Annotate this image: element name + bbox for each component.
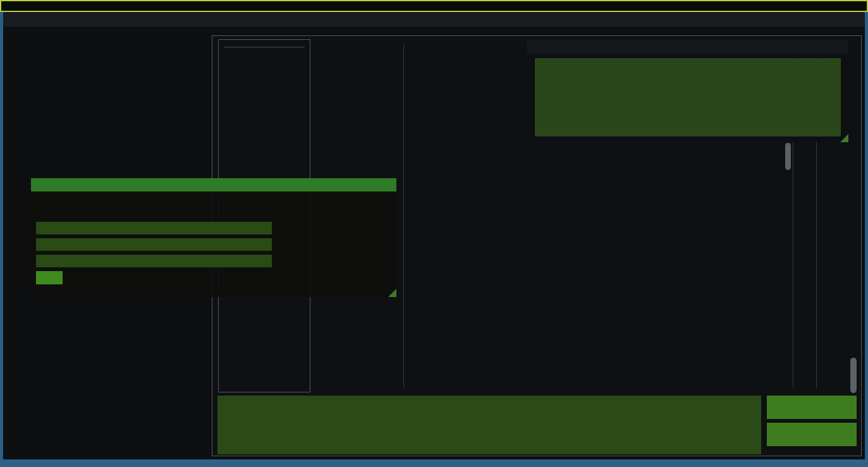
join-name-input[interactable] <box>36 238 272 251</box>
chat-id-input[interactable] <box>36 222 272 234</box>
histogram-titlebar[interactable] <box>527 40 848 54</box>
app-window <box>0 0 868 467</box>
message-input[interactable] <box>217 396 761 454</box>
resize-grip[interactable] <box>840 134 848 142</box>
send-file-button[interactable] <box>767 396 857 419</box>
join-password-label <box>272 255 276 267</box>
window-border-bottom <box>0 459 868 467</box>
resize-grip[interactable] <box>388 289 396 297</box>
join-group-window <box>31 178 396 297</box>
window-border-right <box>865 12 868 467</box>
join-password-input[interactable] <box>36 255 272 267</box>
join-name-label <box>272 238 276 251</box>
window-title <box>0 0 868 12</box>
main-scrollbar-thumb[interactable] <box>850 358 857 393</box>
histogram-window <box>527 40 848 142</box>
dht-capability-histogram-plot <box>535 58 841 136</box>
window-border-left <box>0 12 3 467</box>
join-group-titlebar[interactable] <box>31 178 396 191</box>
join-button[interactable] <box>36 271 63 284</box>
column-divider <box>403 45 404 387</box>
divider <box>224 47 305 47</box>
scrollback-scrollbar-thumb[interactable] <box>785 143 791 170</box>
chat-id-label <box>272 222 276 234</box>
menu-bar <box>3 12 865 27</box>
paste-file-button[interactable] <box>767 423 857 446</box>
